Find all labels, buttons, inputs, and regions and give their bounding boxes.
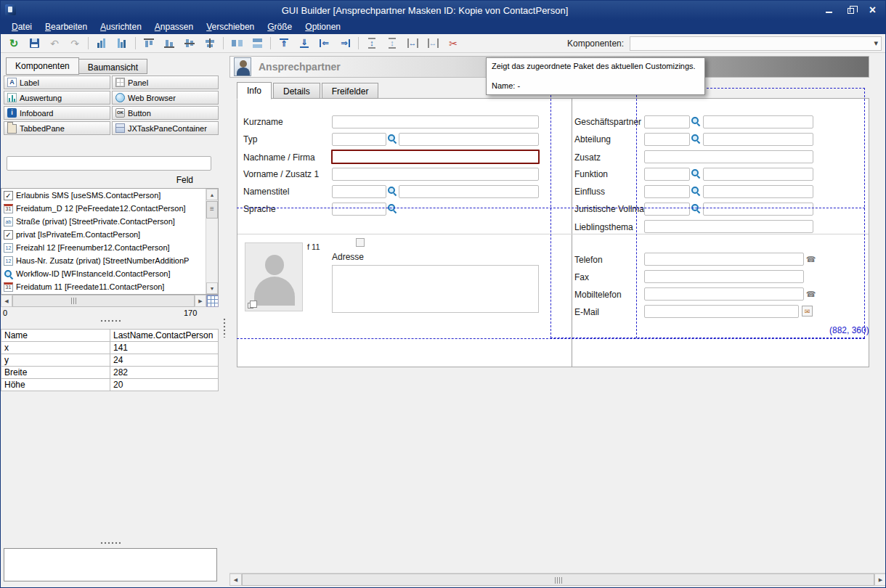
- component-button-button[interactable]: Button: [112, 106, 219, 120]
- scrollbar-thumb[interactable]: [242, 573, 874, 586]
- property-value[interactable]: 24: [110, 354, 219, 367]
- move-down-button[interactable]: [295, 36, 314, 52]
- align-right-button[interactable]: [113, 36, 131, 52]
- funktion-code-input[interactable]: [644, 168, 690, 181]
- property-value[interactable]: 20: [110, 379, 219, 391]
- grid-view-icon[interactable]: [206, 295, 219, 307]
- zusatz-input[interactable]: [644, 150, 813, 163]
- field-list-item[interactable]: Freizahl 12 [Freenumber12.ContactPerson]: [1, 241, 206, 254]
- canvas-horizontal-scrollbar[interactable]: [229, 573, 886, 586]
- field-list-item[interactable]: Workflow-ID [WFInstanceId.ContactPerson]: [1, 267, 206, 280]
- field-list-item[interactable]: privat [IsPrivateEm.ContactPerson]: [1, 228, 206, 241]
- scroll-up-icon[interactable]: [206, 189, 218, 200]
- distribute-horizontal-button[interactable]: [403, 36, 422, 52]
- compress-vertical-button[interactable]: [383, 36, 402, 52]
- scroll-right-icon[interactable]: [195, 295, 206, 307]
- juristische-code-input[interactable]: [644, 203, 690, 216]
- typ-lookup-icon[interactable]: [387, 134, 397, 143]
- component-button-auswertung[interactable]: Auswertung: [4, 91, 110, 105]
- address-checkbox[interactable]: [356, 238, 365, 247]
- funktion-text-input[interactable]: [703, 168, 813, 181]
- distribute-vertical-button[interactable]: [362, 36, 381, 52]
- refresh-button[interactable]: [4, 36, 23, 52]
- menu-groesse[interactable]: Größe: [261, 20, 298, 33]
- field-list-vertical-scrollbar[interactable]: [206, 189, 218, 294]
- telefon-input[interactable]: [644, 253, 804, 266]
- restore-button[interactable]: [841, 3, 861, 17]
- vorname-input[interactable]: [332, 168, 539, 181]
- tab-baumansicht[interactable]: Baumansicht: [78, 59, 147, 74]
- align-left-button[interactable]: [92, 36, 111, 52]
- same-width-button[interactable]: [227, 36, 246, 52]
- component-button-web-browser[interactable]: Web Browser: [112, 91, 219, 105]
- scrollbar-thumb[interactable]: [206, 201, 218, 219]
- field-list-item[interactable]: Erlaubnis SMS [useSMS.ContactPerson]: [1, 189, 206, 202]
- property-value[interactable]: LastName.ContactPerson: [110, 330, 219, 342]
- tab-info[interactable]: Info: [237, 82, 272, 99]
- align-bottom-button[interactable]: [160, 36, 179, 52]
- field-filter-input[interactable]: [7, 156, 211, 171]
- scrollbar-thumb[interactable]: [12, 295, 195, 307]
- components-combobox[interactable]: [630, 36, 882, 51]
- einfluss-lookup-icon[interactable]: [691, 186, 700, 195]
- abteilung-text-input[interactable]: [703, 133, 813, 146]
- panel-splitter-handle[interactable]: [223, 318, 227, 338]
- align-top-button[interactable]: [139, 36, 158, 52]
- sprache-code-input[interactable]: [332, 203, 386, 216]
- photo-change-icon[interactable]: [248, 303, 253, 309]
- menu-verschieben[interactable]: Verschieben: [200, 20, 261, 33]
- menu-optionen[interactable]: Optionen: [298, 20, 347, 33]
- field-list-item[interactable]: Haus-Nr. Zusatz (privat) [StreetNumberAd…: [1, 254, 206, 267]
- splitter-handle[interactable]: [100, 319, 121, 323]
- namenstitel-text-input[interactable]: [399, 185, 539, 198]
- typ-code-input[interactable]: [332, 133, 386, 146]
- phone-icon[interactable]: [805, 288, 816, 300]
- redo-button[interactable]: [65, 36, 84, 52]
- abteilung-code-input[interactable]: [644, 133, 690, 146]
- tab-freifelder[interactable]: Freifelder: [322, 83, 379, 99]
- typ-text-input[interactable]: [399, 133, 539, 146]
- move-right-button[interactable]: [336, 36, 354, 52]
- adresse-textarea[interactable]: [332, 265, 539, 313]
- component-button-infoboard[interactable]: Infoboard: [4, 106, 110, 120]
- phone-icon[interactable]: [805, 253, 816, 265]
- menu-datei[interactable]: Datei: [5, 20, 38, 33]
- email-icon[interactable]: [802, 306, 813, 317]
- compress-horizontal-button[interactable]: [423, 36, 442, 52]
- component-button-panel[interactable]: Panel: [112, 75, 219, 89]
- same-height-button[interactable]: [248, 36, 267, 52]
- einfluss-text-input[interactable]: [703, 185, 813, 198]
- geschaeftspartner-text-input[interactable]: [703, 115, 813, 128]
- kurzname-input[interactable]: [332, 115, 539, 128]
- scroll-down-icon[interactable]: [206, 282, 218, 294]
- menu-bearbeiten[interactable]: Bearbeiten: [38, 20, 94, 33]
- minimize-button[interactable]: [819, 3, 839, 17]
- abteilung-lookup-icon[interactable]: [691, 134, 700, 143]
- property-value[interactable]: 282: [110, 367, 219, 379]
- nachname-input-selected[interactable]: [331, 150, 540, 164]
- tab-komponenten[interactable]: Komponenten: [6, 57, 79, 75]
- tab-details[interactable]: Details: [273, 83, 320, 99]
- cut-button[interactable]: [444, 36, 463, 52]
- mobiltelefon-input[interactable]: [644, 287, 804, 301]
- fax-input[interactable]: [644, 270, 804, 283]
- close-button[interactable]: [863, 3, 882, 17]
- menu-ausrichten[interactable]: Ausrichten: [94, 20, 148, 33]
- field-list-item[interactable]: Freidatum_D 12 [PeFreedate12.ContactPers…: [1, 202, 206, 215]
- component-button-tabbedpane[interactable]: TabbedPane: [4, 121, 110, 135]
- center-vertical-button[interactable]: [200, 36, 219, 52]
- juristische-lookup-icon[interactable]: [691, 203, 700, 213]
- geschaeftspartner-lookup-icon[interactable]: [691, 116, 700, 126]
- scroll-left-icon[interactable]: [229, 573, 242, 586]
- property-value[interactable]: 141: [110, 342, 219, 354]
- undo-button[interactable]: [45, 36, 64, 52]
- field-list-horizontal-scrollbar[interactable]: [1, 295, 219, 307]
- move-up-button[interactable]: [275, 36, 293, 52]
- namenstitel-code-input[interactable]: [332, 185, 386, 198]
- namenstitel-lookup-icon[interactable]: [387, 186, 397, 195]
- email-input[interactable]: [644, 305, 799, 318]
- einfluss-code-input[interactable]: [644, 185, 690, 198]
- splitter-handle[interactable]: [100, 542, 121, 545]
- center-horizontal-button[interactable]: [180, 36, 199, 52]
- scroll-left-icon[interactable]: [1, 295, 12, 307]
